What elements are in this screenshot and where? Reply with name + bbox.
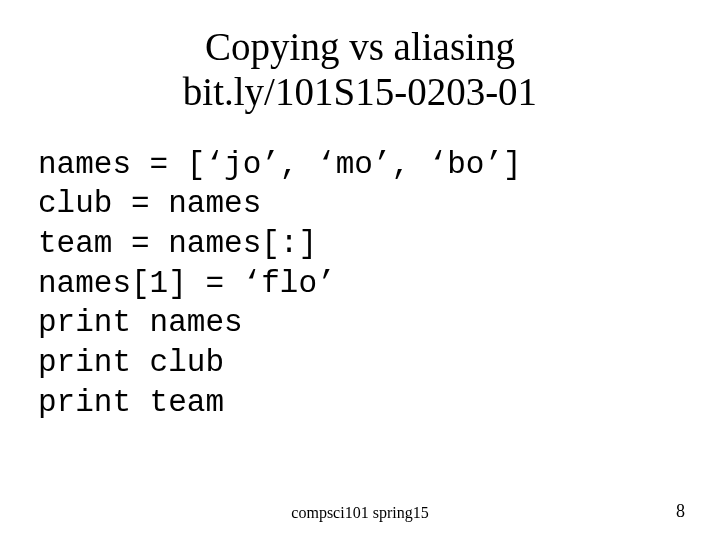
code-line-2: club = names — [38, 184, 690, 224]
title-line-2: bit.ly/101S15-0203-01 — [30, 70, 690, 115]
footer-course-label: compsci101 spring15 — [0, 504, 720, 522]
code-line-7: print team — [38, 383, 690, 423]
code-line-1: names = [‘jo’, ‘mo’, ‘bo’] — [38, 145, 690, 185]
code-line-6: print club — [38, 343, 690, 383]
code-block: names = [‘jo’, ‘mo’, ‘bo’] club = names … — [30, 145, 690, 423]
title-line-1: Copying vs aliasing — [30, 25, 690, 70]
slide-title: Copying vs aliasing bit.ly/101S15-0203-0… — [30, 25, 690, 115]
code-line-5: print names — [38, 303, 690, 343]
slide: Copying vs aliasing bit.ly/101S15-0203-0… — [0, 0, 720, 540]
code-line-3: team = names[:] — [38, 224, 690, 264]
code-line-4: names[1] = ‘flo’ — [38, 264, 690, 304]
page-number: 8 — [676, 501, 685, 522]
